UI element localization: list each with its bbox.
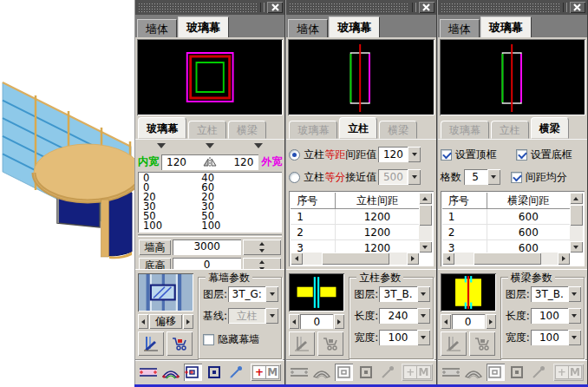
offset-left-button[interactable] [441, 314, 451, 329]
subtab-column[interactable]: 立柱 [339, 117, 377, 139]
offset-label[interactable]: 偏移 [149, 314, 182, 329]
draw-tool-button[interactable] [138, 331, 164, 356]
wall-height-input[interactable]: 3000 [173, 239, 241, 255]
layer-value[interactable]: 3T_B. [531, 286, 568, 302]
scroll-right-button[interactable] [407, 253, 419, 265]
width-pairs-list[interactable]: 040 060 2020 3030 5050 100100 [138, 172, 282, 233]
drag-grip[interactable] [138, 3, 258, 12]
tab-curtain[interactable]: 玻璃幕 [480, 16, 532, 37]
offset-right-button[interactable] [486, 314, 496, 329]
combo-arrow-button[interactable] [568, 308, 581, 324]
tab-curtain[interactable]: 玻璃幕 [178, 16, 229, 37]
subtab-column[interactable]: 立柱 [491, 121, 529, 139]
scroll-thumb[interactable] [419, 205, 432, 226]
spin-up-icon[interactable] [259, 242, 265, 246]
wall-height-spinner[interactable] [243, 239, 281, 255]
scroll-left-button[interactable] [291, 253, 303, 265]
combo-arrow-button[interactable] [417, 308, 430, 324]
offset-right-button[interactable] [183, 314, 193, 329]
straight-wall-icon[interactable] [139, 364, 158, 381]
layer-combo[interactable]: 3T_B. [379, 286, 429, 302]
scroll-right-button[interactable] [558, 253, 570, 265]
scroll-thumb[interactable] [474, 253, 541, 265]
vertical-scrollbar[interactable] [419, 193, 432, 253]
rect-frame-icon[interactable] [508, 364, 526, 381]
drag-grip[interactable] [441, 3, 560, 12]
inner-width-dropdown-icon[interactable] [157, 143, 166, 148]
table-row[interactable]: 31200 [291, 240, 418, 253]
outer-width-dropdown-icon[interactable] [254, 143, 263, 148]
column-style-thumbnail[interactable] [289, 273, 344, 312]
layer-value[interactable]: 3T_G: [228, 286, 265, 302]
panel-titlebar[interactable] [438, 0, 587, 15]
length-combo[interactable]: 240 [379, 308, 429, 324]
grid-count-value[interactable]: 5 [464, 169, 487, 185]
reference-point-button[interactable]: + M [553, 364, 584, 381]
eyedropper-icon[interactable] [378, 364, 396, 381]
combo-arrow-button[interactable] [568, 286, 581, 302]
close-button[interactable] [419, 2, 434, 13]
divide-spacing-combo[interactable]: 500 [378, 169, 421, 185]
offset-right-button[interactable] [334, 314, 344, 329]
mirror-icon[interactable] [203, 157, 217, 167]
offset-left-button[interactable] [138, 314, 148, 329]
subtab-beam[interactable]: 横梁 [228, 121, 266, 139]
eyedropper-icon[interactable] [227, 364, 245, 381]
baseline-combo[interactable]: 立柱 [228, 308, 278, 324]
subtab-column[interactable]: 立柱 [188, 121, 226, 139]
panel-titlebar[interactable] [135, 0, 284, 15]
draw-tool-button[interactable] [441, 331, 467, 356]
scroll-up-button[interactable] [570, 193, 583, 204]
offset-left-button[interactable] [289, 314, 299, 329]
even-spacing-checkbox[interactable] [511, 172, 522, 183]
combo-arrow-button[interactable] [487, 169, 500, 185]
base-height-spinner[interactable] [243, 258, 281, 270]
table-row[interactable]: 2600 [442, 225, 570, 240]
length-value[interactable]: 100 [531, 308, 568, 324]
rect-frame-icon[interactable] [206, 364, 224, 381]
grid-count-combo[interactable]: 5 [464, 169, 500, 185]
drag-grip[interactable] [289, 3, 408, 12]
length-value[interactable]: 240 [379, 308, 416, 324]
reference-point-button[interactable]: + M [251, 364, 281, 381]
beam-style-thumbnail[interactable] [441, 273, 496, 312]
offset-value[interactable]: 0 [452, 314, 485, 329]
draw-tool-button[interactable] [289, 331, 315, 356]
scroll-thumb[interactable] [322, 253, 389, 265]
subtab-curtain[interactable]: 玻璃幕 [289, 121, 337, 139]
horizontal-scrollbar[interactable] [442, 253, 570, 265]
subtab-beam[interactable]: 横梁 [379, 121, 417, 139]
straight-wall-icon[interactable] [290, 364, 309, 381]
length-combo[interactable]: 100 [531, 308, 581, 324]
combo-arrow-button[interactable] [408, 169, 421, 185]
combo-arrow-button[interactable] [417, 286, 430, 302]
equal-spacing-value[interactable]: 120 [378, 147, 408, 162]
outer-width-value[interactable]: 120 [233, 156, 253, 168]
width-combo[interactable]: 100 [531, 330, 581, 345]
panel-titlebar[interactable] [286, 0, 435, 15]
scroll-left-button[interactable] [442, 253, 454, 265]
tab-wall[interactable]: 墙体 [288, 19, 328, 37]
hide-curtain-checkbox[interactable] [203, 334, 214, 345]
subtab-curtain[interactable]: 玻璃幕 [138, 117, 186, 139]
base-height-input[interactable]: 0 [173, 258, 241, 270]
width-values-field[interactable]: 120 120 [161, 154, 258, 170]
equal-spacing-radio[interactable] [289, 149, 300, 161]
eyedropper-icon[interactable] [530, 364, 548, 381]
table-row[interactable]: 1600 [442, 209, 570, 225]
arc-wall-icon[interactable] [161, 364, 180, 381]
pickup-tool-button[interactable] [167, 331, 193, 356]
rect-curtain-icon[interactable] [335, 364, 353, 381]
spin-up-icon[interactable] [259, 260, 265, 264]
scroll-down-button[interactable] [419, 241, 432, 253]
equal-spacing-combo[interactable]: 120 [378, 147, 421, 162]
inner-width-value[interactable]: 120 [167, 156, 186, 168]
curtain-style-thumbnail[interactable] [138, 273, 193, 312]
width-value[interactable]: 100 [379, 330, 416, 345]
combo-arrow-button[interactable] [265, 308, 278, 324]
divide-spacing-radio[interactable] [289, 172, 300, 183]
layer-combo[interactable]: 3T_B. [531, 286, 581, 302]
set-top-frame-checkbox[interactable] [441, 149, 452, 161]
tab-curtain[interactable]: 玻璃幕 [329, 16, 380, 37]
pickup-tool-button[interactable] [317, 331, 343, 356]
